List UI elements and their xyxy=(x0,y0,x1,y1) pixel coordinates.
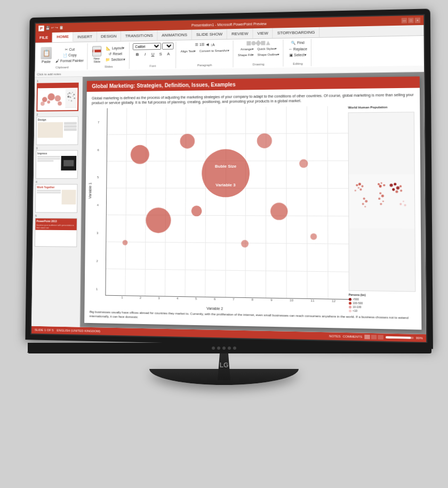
svg-point-28 xyxy=(379,185,382,188)
new-slide-button[interactable]: ▊ NewSlide xyxy=(91,45,103,64)
legend-dot-3 xyxy=(349,305,351,308)
slide-sorter-button[interactable] xyxy=(371,335,377,340)
bullets-button[interactable]: ☰ xyxy=(194,42,198,48)
slide-4-thumbnail[interactable]: Work Together xyxy=(35,184,78,213)
slide-3-line-3 xyxy=(37,160,53,162)
slide-2-content: Design xyxy=(37,117,78,139)
tab-storyboarding[interactable]: STORYBOARDING xyxy=(273,27,320,38)
slide-5-thumbnail[interactable]: PowerPoint 2013 Impress your audience wi… xyxy=(35,218,77,247)
select-button[interactable]: ▣ Select▾ xyxy=(287,52,308,58)
cut-button[interactable]: ✂Cut xyxy=(54,46,85,52)
slide-4-title: Work Together xyxy=(37,186,76,189)
clipboard-label: Clipboard xyxy=(55,66,68,69)
monitor-btn-3[interactable] xyxy=(222,347,226,350)
normal-view-button[interactable] xyxy=(364,335,370,340)
title-bar-controls[interactable]: — □ × xyxy=(402,18,420,23)
layout-button[interactable]: 📐 Layout▾ xyxy=(104,45,127,51)
monitor-btn-5[interactable] xyxy=(233,347,236,350)
svg-point-35 xyxy=(390,184,393,187)
slide-3-image xyxy=(61,156,76,170)
slide-thumb-1[interactable]: 1 xyxy=(36,79,80,112)
text-direction-button[interactable]: ↕A xyxy=(210,42,215,47)
slide-2-thumbnail[interactable]: Design xyxy=(36,116,78,145)
reset-button[interactable]: ↺ Reset xyxy=(104,51,127,57)
shape-outline-button[interactable]: Shape Outline▾ xyxy=(256,52,281,57)
slide-1-thumbnail[interactable] xyxy=(36,83,78,112)
drawing-label: Drawing xyxy=(253,62,265,66)
arrange-button[interactable]: Arrange▾ xyxy=(239,46,255,51)
slide-3-thumbnail[interactable]: Impress xyxy=(36,150,78,179)
format-painter-button[interactable]: 🖌Format Painter xyxy=(54,58,85,63)
align-text-button[interactable]: Align Text▾ xyxy=(179,49,197,53)
tab-review[interactable]: REVIEW xyxy=(227,28,253,39)
bubble-9 xyxy=(123,240,128,246)
tab-design[interactable]: DESIGN xyxy=(97,31,121,41)
slide-thumb-3[interactable]: 3 Impress xyxy=(36,146,79,179)
shape-5[interactable] xyxy=(266,41,270,45)
shape-1[interactable] xyxy=(247,41,251,45)
legend-title: Persons (bn) xyxy=(349,293,416,297)
paste-icon: 📋 xyxy=(41,47,52,59)
comments-button[interactable]: COMMENTS xyxy=(343,335,362,339)
tab-view[interactable]: VIEW xyxy=(253,28,273,39)
zoom-bar[interactable] xyxy=(386,336,414,339)
slide-1-map-svg xyxy=(65,89,76,107)
section-button[interactable]: 📁 Section▾ xyxy=(104,57,127,62)
svg-point-23 xyxy=(358,187,359,189)
tab-animations[interactable]: ANIMATIONS xyxy=(157,30,192,41)
maximize-button[interactable]: □ xyxy=(408,18,413,23)
slide-5-title: PowerPoint 2013 xyxy=(36,219,75,223)
slide-4-text xyxy=(37,190,61,204)
tab-transitions[interactable]: TRANSITIONS xyxy=(121,30,157,41)
svg-point-44 xyxy=(362,203,364,205)
replace-button[interactable]: ↔ Replace xyxy=(287,46,309,52)
screen: P 💾 ↩ ↪ 📋 Presentation1 - Microsoft Powe… xyxy=(30,14,427,343)
monitor-btn-4[interactable] xyxy=(228,347,231,350)
monitor-btn-1[interactable] xyxy=(212,347,215,350)
zoom-level: 99% xyxy=(416,336,423,340)
slide-2-item-3 xyxy=(64,128,77,131)
quick-styles-button[interactable]: Quick Styles▾ xyxy=(255,46,278,51)
find-button[interactable]: 🔍 Find xyxy=(290,40,306,46)
shape-3[interactable] xyxy=(255,40,261,46)
shape-fill-button[interactable]: Shape Fill▾ xyxy=(236,52,255,57)
strikethrough-button[interactable]: S xyxy=(157,51,164,57)
svg-point-43 xyxy=(365,200,367,203)
monitor-wrapper: P 💾 ↩ ↪ 📋 Presentation1 - Microsoft Powe… xyxy=(16,12,432,476)
bold-button[interactable]: B xyxy=(134,51,141,58)
drawing-row-2: Arrange▾ Quick Styles▾ xyxy=(239,46,278,51)
slide-thumb-2[interactable]: 2 Design xyxy=(36,113,80,145)
font-label: Font xyxy=(150,64,156,67)
align-left-button[interactable]: ◀ xyxy=(206,42,210,48)
tab-home[interactable]: HOME xyxy=(53,32,74,42)
monitor-btn-2[interactable] xyxy=(217,347,220,350)
slide-thumb-5[interactable]: 5 PowerPoint 2013 Impress your audience … xyxy=(35,214,79,247)
font-selector[interactable]: Calibri xyxy=(132,43,161,50)
slide-3-title: Impress xyxy=(37,152,76,155)
shapes-row xyxy=(247,41,270,45)
notes-button[interactable]: NOTES xyxy=(329,334,340,338)
shape-4[interactable] xyxy=(261,41,266,45)
font-size-selector[interactable]: 12 xyxy=(162,43,174,50)
zoom-fill xyxy=(386,336,411,339)
svg-point-41 xyxy=(400,190,402,192)
slide-2-item-1 xyxy=(64,122,77,125)
slide-5-subtitle: Impress your audience with presentations… xyxy=(36,224,76,229)
minimize-button[interactable]: — xyxy=(402,18,407,23)
copy-button[interactable]: 📄 Copy xyxy=(54,52,85,58)
close-button[interactable]: × xyxy=(415,18,420,23)
paste-button[interactable]: 📋 Paste xyxy=(39,46,53,64)
underline-button[interactable]: U xyxy=(149,51,157,57)
font-color-button[interactable]: A xyxy=(165,51,172,57)
smartart-button[interactable]: Convert to SmartArt▾ xyxy=(198,48,230,53)
svg-point-37 xyxy=(396,186,399,190)
bubble-6 xyxy=(270,203,287,220)
bottom-buttons xyxy=(212,347,236,350)
reading-view-button[interactable] xyxy=(378,335,383,340)
numbering-button[interactable]: 1☰ xyxy=(199,42,205,48)
slide-thumb-4[interactable]: 4 Work Together xyxy=(35,180,79,213)
tab-insert[interactable]: INSERT xyxy=(73,32,97,42)
italic-button[interactable]: I xyxy=(141,51,149,57)
tab-file[interactable]: FILE xyxy=(35,33,53,43)
tab-slideshow[interactable]: SLIDE SHOW xyxy=(192,29,227,40)
